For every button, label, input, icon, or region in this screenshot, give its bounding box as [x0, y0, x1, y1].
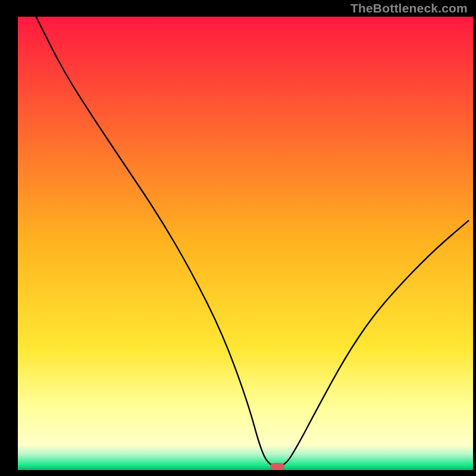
- plot-svg: [0, 0, 476, 476]
- plot-background: [18, 17, 473, 470]
- optimal-marker: [270, 463, 284, 470]
- bottleneck-chart: TheBottleneck.com: [0, 0, 476, 476]
- watermark-label: TheBottleneck.com: [350, 1, 468, 15]
